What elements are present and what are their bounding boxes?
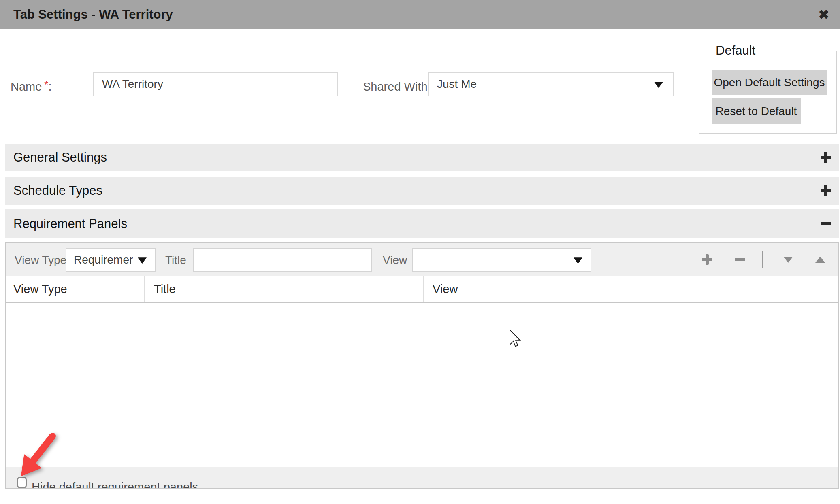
- section-label: Schedule Types: [13, 183, 102, 198]
- plus-icon: [702, 254, 712, 265]
- move-down-button[interactable]: [780, 251, 796, 268]
- title-input[interactable]: [193, 248, 372, 272]
- view-type-value: Requiremer: [74, 253, 133, 266]
- shared-with-value: Just Me: [437, 78, 477, 91]
- title-label: Title: [165, 254, 186, 267]
- section-general-settings[interactable]: General Settings: [5, 144, 839, 171]
- chevron-down-icon: [654, 82, 663, 88]
- grid-header-row: View Type Title View: [6, 276, 838, 303]
- toolbar-divider: [762, 251, 763, 268]
- requirement-panels-content: View Type Requiremer Title View: [5, 242, 839, 489]
- section-label: General Settings: [13, 150, 107, 165]
- section-requirement-panels[interactable]: Requirement Panels: [5, 209, 839, 238]
- view-dropdown[interactable]: [412, 248, 591, 272]
- close-button[interactable]: ✖: [814, 5, 834, 24]
- view-label: View: [383, 254, 407, 267]
- dialog-titlebar: Tab Settings - WA Territory ✖: [0, 0, 840, 29]
- open-default-settings-button[interactable]: Open Default Settings: [712, 70, 827, 95]
- view-type-label: View Type: [15, 254, 66, 267]
- dialog-title: Tab Settings - WA Territory: [13, 7, 173, 22]
- name-input[interactable]: [93, 72, 338, 96]
- hide-default-panels-checkbox[interactable]: [17, 477, 27, 488]
- shared-with-dropdown[interactable]: Just Me: [428, 72, 674, 96]
- default-group: Default Open Default Settings Reset to D…: [699, 51, 837, 134]
- column-header-view-type[interactable]: View Type: [6, 276, 145, 302]
- reset-to-default-button[interactable]: Reset to Default: [712, 98, 801, 124]
- default-group-legend: Default: [712, 43, 759, 58]
- remove-panel-button[interactable]: [732, 251, 748, 268]
- triangle-up-icon: [815, 257, 825, 263]
- view-type-dropdown[interactable]: Requiremer: [66, 248, 156, 272]
- chevron-down-icon: [574, 257, 582, 264]
- section-label: Requirement Panels: [13, 217, 127, 231]
- section-schedule-types[interactable]: Schedule Types: [5, 177, 839, 205]
- collapse-minus-icon[interactable]: [821, 219, 831, 229]
- expand-plus-icon[interactable]: [821, 185, 831, 196]
- required-asterisk: *: [44, 79, 48, 91]
- panel-toolbar: View Type Requiremer Title View: [6, 243, 838, 276]
- move-up-button[interactable]: [812, 251, 828, 268]
- column-header-title[interactable]: Title: [145, 276, 424, 302]
- add-panel-button[interactable]: [699, 251, 715, 268]
- shared-with-label: Shared With*:: [363, 80, 437, 94]
- chevron-down-icon: [138, 257, 147, 264]
- column-header-view[interactable]: View: [424, 276, 838, 302]
- grid-body-empty: [6, 304, 838, 467]
- minus-icon: [735, 258, 745, 261]
- tab-settings-dialog: Tab Settings - WA Territory ✖ Name*: Sha…: [0, 0, 840, 504]
- triangle-down-icon: [783, 257, 793, 263]
- hide-default-panels-label: Hide default requirement panels: [32, 480, 198, 489]
- name-label: Name*:: [11, 80, 52, 94]
- close-icon: ✖: [819, 8, 829, 21]
- expand-plus-icon[interactable]: [821, 152, 831, 163]
